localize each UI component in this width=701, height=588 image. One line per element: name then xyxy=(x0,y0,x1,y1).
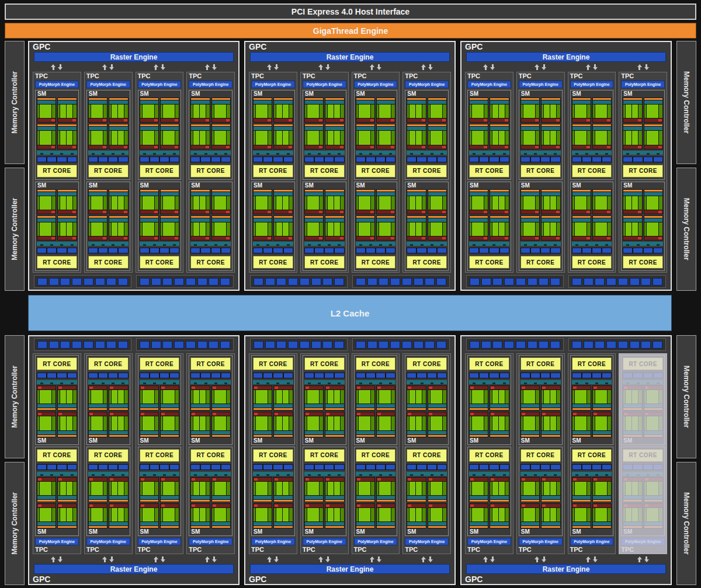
rop-unit xyxy=(95,341,105,349)
tex-unit-segment xyxy=(284,373,293,378)
cache-tick xyxy=(369,382,372,384)
gpc-label: GPC xyxy=(245,575,454,584)
sp-corner-marker xyxy=(429,413,432,415)
tex-unit-segment xyxy=(191,157,200,162)
sm-subpartition xyxy=(469,124,488,149)
sp-corner-marker xyxy=(319,146,322,148)
sp-mid-bar xyxy=(377,127,395,130)
tex-unit-segment xyxy=(572,248,581,253)
cache-tick xyxy=(214,382,217,384)
sp-top-bar xyxy=(428,124,446,126)
rt-core: RT CORE xyxy=(253,357,293,370)
sp-corner-marker xyxy=(110,505,113,507)
rt-core: RT CORE xyxy=(140,256,180,269)
sp-mid-bar xyxy=(305,192,323,196)
sp-bottom-bar xyxy=(191,478,209,481)
sm-subpartition xyxy=(356,215,375,241)
sp-corner-marker xyxy=(58,413,62,415)
tex-unit-segment xyxy=(602,373,611,378)
rop-unit xyxy=(265,341,275,349)
sp-mid-bar xyxy=(161,496,179,499)
rop-unit xyxy=(197,341,207,349)
tex-units-bar xyxy=(140,156,180,162)
sp-mid-bar xyxy=(89,218,107,222)
sm-subpartition xyxy=(572,124,591,149)
tex-unit-segment xyxy=(521,248,530,253)
sp-corner-marker xyxy=(154,237,158,239)
sm-subpartition-grid xyxy=(469,98,509,149)
tex-unit-segment xyxy=(551,465,560,469)
tex-unit-segment xyxy=(490,465,498,469)
sp-top-bar xyxy=(58,500,76,502)
sm: SMRT CORE xyxy=(354,447,398,537)
sm-subpartition xyxy=(428,124,447,149)
sp-mid-bar xyxy=(521,218,539,222)
tex-unit-segment xyxy=(582,373,591,378)
polymorph-engine-bar: PolyMorph Engine xyxy=(189,538,232,545)
sm-subpartition xyxy=(140,189,159,214)
tex-units-bar xyxy=(572,373,612,378)
gigathread-engine-bar: GigaThread Engine xyxy=(5,23,696,39)
cache-tick xyxy=(92,153,95,155)
sm-subpartition xyxy=(592,503,612,528)
tex-unit-segment xyxy=(633,157,642,162)
gpc-label: GPC xyxy=(461,42,671,51)
sp-mid-bar xyxy=(161,404,179,408)
tex-unit-segment xyxy=(366,465,375,469)
tex-unit-segment xyxy=(531,373,540,378)
sp-corner-marker xyxy=(58,387,62,389)
sp-bottom-bar xyxy=(140,504,158,507)
polymorph-engine-bar: PolyMorph Engine xyxy=(519,538,563,545)
sp-bottom-bar xyxy=(274,145,292,149)
rop-unit xyxy=(265,278,275,286)
sp-top-bar xyxy=(58,98,76,100)
cache-tick xyxy=(92,244,95,246)
sp-top-bar xyxy=(254,435,272,437)
sp-top-bar xyxy=(593,408,611,410)
tex-unit-segment xyxy=(541,373,550,378)
tex-unit-segment xyxy=(211,373,220,378)
sm-label: SM xyxy=(571,182,613,189)
cache-tick xyxy=(214,153,217,155)
sm-subpartition xyxy=(253,385,272,410)
rop-unit xyxy=(641,278,651,286)
sm-subpartition xyxy=(592,477,612,502)
sp-bottom-bar xyxy=(274,386,292,389)
sm-subpartition xyxy=(57,503,77,528)
sp-mid-bar xyxy=(490,127,508,130)
tex-unit-segment xyxy=(572,465,581,469)
sp-corner-marker xyxy=(141,387,144,389)
sm: SMRT CORE xyxy=(35,90,79,180)
sp-bottom-bar xyxy=(356,478,374,481)
sp-corner-marker xyxy=(573,387,577,389)
tex-unit-segment xyxy=(305,465,314,469)
arrow-down-icon xyxy=(274,556,279,562)
sp-bottom-bar xyxy=(89,210,107,214)
rop-unit xyxy=(140,278,150,286)
sp-corner-marker xyxy=(306,478,309,481)
sm-subpartition xyxy=(57,124,77,149)
sp-core-columns xyxy=(521,390,539,403)
sm-subpartition xyxy=(644,124,663,149)
sp-corner-marker xyxy=(587,146,590,148)
sp-bottom-bar xyxy=(521,412,539,416)
sp-top-bar xyxy=(542,124,560,126)
sp-bottom-bar xyxy=(191,210,209,214)
sp-corner-marker xyxy=(175,211,178,213)
rop-unit xyxy=(276,278,286,286)
rt-core: RT CORE xyxy=(407,256,447,269)
tpc-label: TPC xyxy=(136,546,183,554)
cache-tick xyxy=(473,153,476,155)
sp-top-bar xyxy=(254,98,272,100)
sm-cache-bar xyxy=(356,380,396,384)
sp-top-bar xyxy=(58,216,76,218)
rop-unit xyxy=(49,278,59,286)
sp-bottom-bar xyxy=(490,412,508,416)
cache-tick xyxy=(71,244,74,246)
cache-tick xyxy=(122,153,124,155)
sm-subpartition xyxy=(469,477,488,502)
tex-units-bar xyxy=(469,464,509,470)
tex-unit-segment xyxy=(109,248,117,253)
sm-label: SM xyxy=(189,91,232,98)
sm: SMRT CORE xyxy=(35,447,79,537)
